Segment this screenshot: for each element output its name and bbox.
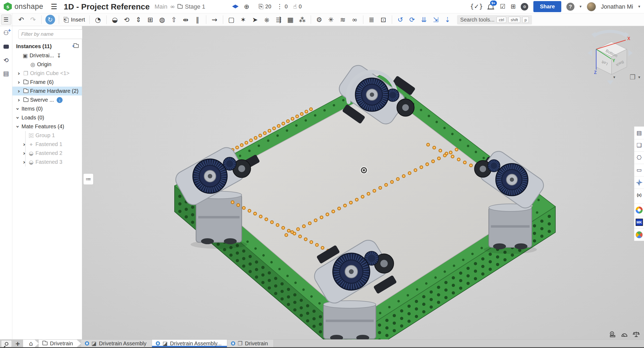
home-tab-button[interactable]: ⌂ xyxy=(23,340,39,347)
help-caret-icon[interactable]: ▾ xyxy=(580,5,582,9)
insert-bom-icon[interactable]: ⊡ xyxy=(378,15,389,25)
app-pinwheel-button[interactable] xyxy=(634,176,644,189)
code-braces-icon[interactable]: {✓} xyxy=(470,3,483,10)
snap-mode-icon[interactable]: ⇝ xyxy=(209,15,220,25)
gear-relation-icon[interactable]: ⚙ xyxy=(314,15,325,25)
apps-grid-icon[interactable]: ⊞ xyxy=(511,3,516,10)
viewcube-collapse-caret-icon[interactable]: ▾ xyxy=(613,75,615,79)
linear-pattern-icon[interactable]: ▦ xyxy=(285,15,296,25)
tree-row-fastened-2[interactable]: ›◒Fastened 2 xyxy=(12,149,82,158)
version-chip[interactable]: Stage 1 xyxy=(178,3,205,10)
turntable-view-icon[interactable]: ⟳ xyxy=(407,15,418,25)
featurescript-button[interactable]: (x) xyxy=(634,189,644,201)
drop-view-icon[interactable]: ⇊ xyxy=(418,15,430,25)
copies-stat[interactable]: ⎘ 20 xyxy=(258,3,271,10)
tree-row-loads-0[interactable]: ›Loads (0) xyxy=(12,113,82,122)
tree-row-origin-cube-1[interactable]: ›❐Origin Cube <1> xyxy=(12,69,82,78)
update-available-icon[interactable]: ↓ xyxy=(57,97,63,103)
app-color-wheel-button[interactable] xyxy=(634,228,644,241)
tree-row-drivetrai[interactable]: ▣Drivetrai...↧ xyxy=(12,51,82,60)
tree-row-swerve[interactable]: ›Swerve ...↓ xyxy=(12,95,82,104)
new-feature-icon[interactable]: ✶ xyxy=(238,15,249,25)
share-user-icon[interactable]: ⚇+ xyxy=(3,30,9,36)
chevron-right-icon[interactable]: › xyxy=(16,70,22,76)
hide-bom-icon[interactable]: ≣ xyxy=(366,15,377,25)
3d-model-canvas[interactable] xyxy=(82,26,644,339)
chevron-right-icon[interactable]: › xyxy=(16,97,22,103)
user-avatar[interactable] xyxy=(587,2,596,11)
tab-drivetrain[interactable]: Drivetrain xyxy=(39,340,81,347)
tree-row-frame-6[interactable]: ›Frame (6) xyxy=(12,78,82,87)
configured-part-button[interactable]: ⎔ xyxy=(634,151,644,164)
onshape-logo-icon[interactable]: s xyxy=(4,2,12,11)
redo-icon[interactable]: ↷ xyxy=(27,15,39,25)
outline-panel-toggle[interactable]: ≔ xyxy=(83,173,93,185)
cylindrical-mate-icon[interactable]: ⇧ xyxy=(168,15,180,25)
select-part-icon[interactable]: ➤ xyxy=(249,15,261,25)
main-menu-icon[interactable]: ☰ xyxy=(51,3,57,10)
chevron-right-icon[interactable]: › xyxy=(16,88,22,94)
workspace-label[interactable]: Main xyxy=(154,3,167,10)
group-icon[interactable]: ◒ xyxy=(109,15,121,25)
3d-viewport[interactable]: Bottom Left Back X Y Z ▾ ❒ ▾ ≔ ▤❑⎔▭(x)M xyxy=(82,26,644,339)
bom-cube-button[interactable]: ❑ xyxy=(634,139,644,151)
tree-row-fastened-1[interactable]: ›⌖Fastened 1 xyxy=(12,140,82,149)
belt-relation-icon[interactable]: ∞ xyxy=(349,15,360,25)
shaded-view-cube-icon[interactable]: ❒ xyxy=(630,74,636,80)
chevron-right-icon[interactable]: › xyxy=(21,150,27,156)
tree-row-mate-features-4[interactable]: ›Mate Features (4) xyxy=(12,122,82,131)
tab-drivetrain-assembly-active[interactable]: ◪Drivetrain Assembly... xyxy=(152,340,227,347)
help-button[interactable]: ? xyxy=(566,3,574,11)
tree-row-group-1[interactable]: Group 1 xyxy=(12,131,82,140)
tasks-icon[interactable]: ☑ xyxy=(500,3,506,10)
filter-input[interactable] xyxy=(18,29,91,39)
history-icon[interactable]: ⟲ xyxy=(3,57,9,63)
tree-row-fastened-3[interactable]: ›◒Fastened 3 xyxy=(12,158,82,166)
likes-stat[interactable]: ☝ 0 xyxy=(293,3,302,10)
user-name[interactable]: Jonathan Mi xyxy=(601,3,633,10)
feature-list-toggle[interactable]: ☰ xyxy=(0,13,12,26)
chevron-right-icon[interactable]: › xyxy=(21,141,27,147)
tree-row-origin[interactable]: ◎Origin xyxy=(12,60,82,69)
ball-mate-icon[interactable]: ◍ xyxy=(157,15,168,25)
curve-tool-icon[interactable]: ↺ xyxy=(395,15,406,25)
chevron-right-icon[interactable]: › xyxy=(16,79,22,85)
pan-down-arrow-icon[interactable] xyxy=(607,80,613,85)
ai-assistant-icon[interactable]: ⚙ xyxy=(521,3,528,10)
rotate-arrowhead-left-icon[interactable] xyxy=(591,32,596,38)
comments-icon[interactable] xyxy=(3,43,9,50)
spherical-group-icon[interactable]: ⁂ xyxy=(297,15,308,25)
screw-relation-icon[interactable]: ≋ xyxy=(337,15,349,25)
link-icon[interactable]: ∞ xyxy=(170,4,175,10)
notebook-icon[interactable]: ▤ xyxy=(3,70,9,77)
rack-pinion-relation-icon[interactable]: ✳ xyxy=(325,15,337,25)
chevron-down-icon[interactable]: › xyxy=(15,115,21,121)
app-color-ring-button[interactable] xyxy=(634,204,644,216)
replicate-icon[interactable]: ⇶ xyxy=(273,15,284,25)
sheet-metal-button[interactable]: ▭ xyxy=(634,164,644,176)
notifications-button[interactable]: 9+ xyxy=(488,3,493,10)
mass-properties-icon[interactable] xyxy=(633,331,640,338)
user-menu-caret-icon[interactable]: ▾ xyxy=(638,5,640,9)
chevron-down-icon[interactable]: › xyxy=(15,106,21,112)
tree-row-items-0[interactable]: ›Items (0) xyxy=(12,104,82,113)
animate-icon[interactable]: ⎈ xyxy=(261,15,273,25)
protractor-icon[interactable] xyxy=(621,331,628,338)
undo-icon[interactable]: ↶ xyxy=(16,15,27,25)
parallel-mate-icon[interactable]: ∥ xyxy=(192,15,203,25)
tab-drivetrain-assembly[interactable]: ◪Drivetrain Assembly xyxy=(81,340,152,347)
planar-mate-icon[interactable]: ⊞ xyxy=(145,15,156,25)
look-at-view-icon[interactable]: ⇣ xyxy=(442,15,453,25)
pan-left-arrow-icon[interactable] xyxy=(588,50,592,56)
app-mk-button[interactable]: MK xyxy=(634,216,644,228)
tab-search-button[interactable] xyxy=(1,340,12,347)
mate-icon[interactable]: ◔ xyxy=(92,15,104,25)
named-positions-icon[interactable]: ▢ xyxy=(226,15,237,25)
search-tools-box[interactable]: Search tools... ctrl shift p xyxy=(457,15,532,24)
sync-icon[interactable]: ↻ xyxy=(45,15,55,24)
display-mode-caret-icon[interactable]: ▾ xyxy=(638,75,640,79)
slider-mate-icon[interactable]: ⇕ xyxy=(133,15,144,25)
new-folder-button[interactable]: + xyxy=(74,44,79,49)
document-panel-button[interactable]: ▤ xyxy=(634,127,644,139)
tab-drivetrain[interactable]: ❐Drivetrain xyxy=(227,340,274,347)
